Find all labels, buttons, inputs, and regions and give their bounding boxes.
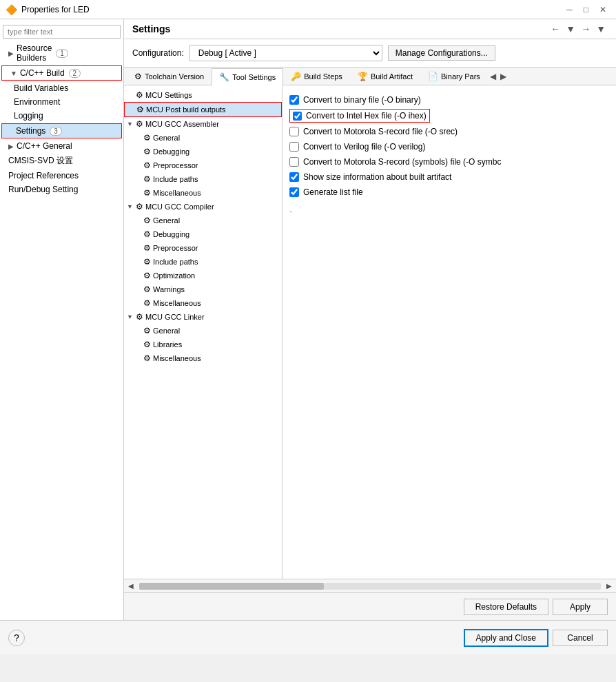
convert-motorola-sym-label: Convert to Motorola S-record (symbols) f… [303, 157, 501, 167]
tree-item-compiler-misc[interactable]: ⚙ Miscellaneous [124, 296, 282, 310]
tree-item-label: Miscellaneous [153, 354, 201, 362]
tree-item-assembler-include[interactable]: ⚙ Include paths [124, 172, 282, 186]
maximize-button[interactable]: □ [579, 5, 593, 14]
expand-arrow-icon: ▼ [10, 70, 17, 77]
apply-and-close-button[interactable]: Apply and Close [464, 629, 548, 647]
tree-item-assembler-preprocessor[interactable]: ⚙ Preprocessor [124, 158, 282, 172]
tree-item-mcu-settings[interactable]: ⚙ MCU Settings [124, 88, 282, 102]
scroll-track[interactable] [139, 583, 601, 590]
restore-defaults-button[interactable]: Restore Defaults [464, 599, 548, 615]
tab-label: Toolchain Version [145, 72, 204, 81]
scroll-thumb[interactable] [139, 583, 324, 590]
sidebar-item-project-references[interactable]: Project References [0, 169, 123, 183]
tree-item-compiler-general[interactable]: ⚙ General [124, 214, 282, 227]
sidebar-item-cmsis-svd[interactable]: CMSIS-SVD 设置 [0, 153, 123, 169]
tab-tool-settings[interactable]: 🔧 Tool Settings [212, 68, 283, 85]
tree-item-label: Optimization [153, 271, 195, 280]
tree-item-linker-general[interactable]: ⚙ General [124, 324, 282, 338]
tree-item-label: MCU Settings [145, 91, 192, 99]
tree-item-compiler-optimization[interactable]: ⚙ Optimization [124, 269, 282, 282]
sidebar-item-label: CMSIS-SVD 设置 [8, 155, 73, 167]
help-button[interactable]: ? [8, 630, 25, 646]
tree-item-mcu-gcc-linker[interactable]: ▼ ⚙ MCU GCC Linker [124, 310, 282, 324]
debugging-icon: ⚙ [143, 147, 151, 156]
sidebar-item-label: ResourceBuilders [17, 43, 52, 63]
collapse-arrow-icon: ▼ [127, 121, 134, 127]
debugging-icon: ⚙ [143, 229, 151, 239]
convert-motorola-label: Convert to Motorola S-record file (-O sr… [303, 127, 458, 136]
generate-list-label: Generate list file [303, 187, 363, 197]
tab-build-artifact[interactable]: 🏆 Build Artifact [350, 68, 420, 85]
tree-item-compiler-debugging[interactable]: ⚙ Debugging [124, 227, 282, 241]
sidebar-item-logging[interactable]: Logging [0, 109, 123, 123]
sidebar-item-build-variables[interactable]: Build Variables [0, 81, 123, 95]
apply-button[interactable]: Apply [553, 599, 608, 615]
main-panel: ⚙ MCU Settings ⚙ MCU Post build outputs … [124, 85, 616, 579]
sidebar-item-cpp-build[interactable]: ▼ C/C++ Build 2 [2, 66, 121, 80]
tree-item-label: MCU GCC Assembler [145, 120, 219, 128]
tab-toolchain-version[interactable]: ⚙ Toolchain Version [127, 68, 212, 85]
tabs-scroll-right-icon[interactable]: ▶ [498, 69, 509, 84]
convert-motorola-sym-checkbox[interactable] [289, 157, 299, 167]
sidebar-item-environment[interactable]: Environment [0, 95, 123, 109]
tree-item-mcu-gcc-assembler[interactable]: ▼ ⚙ MCU GCC Assembler [124, 117, 282, 131]
tool-settings-icon: 🔧 [219, 72, 229, 82]
include-icon: ⚙ [143, 174, 151, 184]
bottom-bar: Restore Defaults Apply [124, 592, 616, 620]
sidebar-item-settings[interactable]: Settings 3 [2, 124, 121, 138]
tree-item-assembler-general[interactable]: ⚙ General [124, 131, 282, 145]
forward-icon[interactable]: → [579, 23, 593, 34]
configuration-select[interactable]: Debug [ Active ] [189, 45, 382, 61]
dropdown-arrow2-icon[interactable]: ▼ [594, 23, 608, 34]
tree-item-mcu-gcc-compiler[interactable]: ▼ ⚙ MCU GCC Compiler [124, 200, 282, 214]
scroll-right-btn[interactable]: ▶ [602, 582, 616, 590]
tree-item-linker-libraries[interactable]: ⚙ Libraries [124, 338, 282, 351]
expand-arrow-icon: ▶ [8, 50, 14, 57]
checkbox-row-convert-hex: Convert to Intel Hex file (-O ihex) [289, 109, 430, 123]
dialog-body: ▶ ResourceBuilders 1 ▼ C/C++ Build 2 Bui… [0, 19, 616, 620]
tree-item-compiler-include[interactable]: ⚙ Include paths [124, 255, 282, 269]
expand-arrow-icon: ▶ [8, 143, 14, 150]
sidebar-item-run-debug[interactable]: Run/Debug Setting [0, 183, 123, 196]
tree-item-linker-misc[interactable]: ⚙ Miscellaneous [124, 351, 282, 365]
back-icon[interactable]: ← [548, 23, 562, 34]
general-icon: ⚙ [143, 133, 151, 143]
linker-icon: ⚙ [136, 312, 143, 322]
convert-binary-checkbox[interactable] [289, 95, 299, 105]
close-button[interactable]: ✕ [595, 5, 610, 14]
misc-icon: ⚙ [143, 353, 151, 363]
convert-verilog-checkbox[interactable] [289, 142, 299, 152]
cancel-button[interactable]: Cancel [553, 630, 608, 646]
sidebar-item-label: Run/Debug Setting [8, 185, 78, 194]
tree-item-compiler-preprocessor[interactable]: ⚙ Preprocessor [124, 241, 282, 255]
show-size-label: Show size information about built artifa… [303, 172, 451, 182]
sidebar-item-resource-builders[interactable]: ▶ ResourceBuilders 1 [0, 41, 123, 65]
tree-item-mcu-post-build[interactable]: ⚙ MCU Post build outputs [125, 103, 281, 116]
dropdown-arrow-icon[interactable]: ▼ [564, 23, 577, 34]
filter-input[interactable] [3, 25, 121, 39]
checkbox-row-generate-list: Generate list file [289, 185, 609, 200]
tab-build-steps[interactable]: 🔑 Build Steps [283, 68, 350, 85]
tree-item-compiler-warnings[interactable]: ⚙ Warnings [124, 282, 282, 296]
convert-motorola-checkbox[interactable] [289, 127, 299, 136]
show-size-checkbox[interactable] [289, 172, 299, 182]
manage-configurations-button[interactable]: Manage Configurations... [388, 45, 495, 61]
tree-item-assembler-debugging[interactable]: ⚙ Debugging [124, 145, 282, 158]
convert-hex-checkbox[interactable] [293, 112, 302, 121]
tree-item-label: Miscellaneous [153, 189, 201, 197]
preprocessor-icon: ⚙ [143, 161, 151, 170]
tree-item-label: Debugging [153, 230, 189, 238]
tree-item-label: Preprocessor [153, 161, 198, 169]
window-controls[interactable]: ─ □ ✕ [562, 5, 610, 14]
sidebar-item-cpp-general[interactable]: ▶ C/C++ General [0, 139, 123, 153]
tabs-scroll-left-icon[interactable]: ◀ [488, 69, 498, 84]
generate-list-checkbox[interactable] [289, 187, 299, 197]
tabs-bar: ⚙ Toolchain Version 🔧 Tool Settings 🔑 Bu… [124, 68, 616, 85]
tree-item-label: Debugging [153, 147, 189, 156]
minimize-button[interactable]: ─ [562, 5, 577, 14]
tree-item-assembler-misc[interactable]: ⚙ Miscellaneous [124, 186, 282, 200]
tree-item-label: MCU GCC Compiler [145, 203, 214, 211]
tab-binary-pars[interactable]: 📄 Binary Pars [420, 68, 488, 85]
preprocessor-icon: ⚙ [143, 243, 151, 253]
scroll-left-btn[interactable]: ◀ [124, 582, 138, 590]
